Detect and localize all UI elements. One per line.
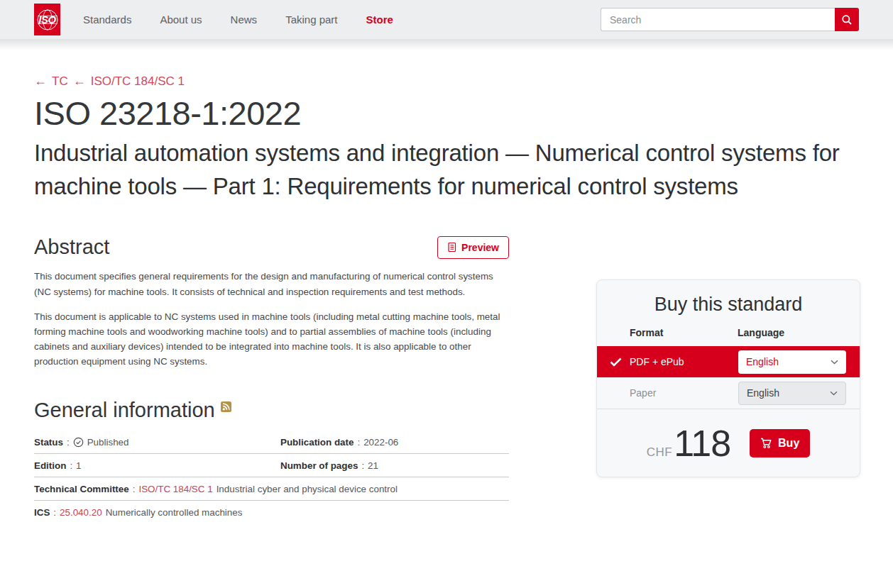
separator: : [133,484,136,494]
abstract-header: Abstract Preview [34,235,509,259]
format-row-paper[interactable]: Paper English [597,377,860,409]
header-shadow [0,39,893,50]
main-nav: Standards About us News Taking part Stor… [83,13,393,26]
technical-committee-value: Industrial cyber and physical device con… [217,484,398,494]
language-select-pdf[interactable]: English [738,350,846,374]
language-selected-value: English [747,387,779,399]
iso-logo[interactable]: ISO [34,4,60,35]
nav-item-about-us[interactable]: About us [160,13,202,26]
chevron-down-icon [831,360,838,365]
separator: : [361,460,364,471]
back-arrow-icon: ← [73,74,86,89]
publication-date-value: 2022-06 [363,437,398,448]
technical-committee-link[interactable]: ISO/TC 184/SC 1 [138,484,212,494]
page-title: ISO 23218-1:2022 [34,94,859,133]
top-navigation-bar: ISO Standards About us News Taking part … [0,0,893,39]
abstract-heading: Abstract [34,235,109,259]
separator: : [357,437,360,448]
search-icon [841,14,853,26]
language-selected-value: English [746,356,779,367]
content-column: Abstract Preview This document specifies… [34,235,509,523]
table-row: ICS : 25.040.20 Numerically controlled m… [34,501,509,523]
format-column-header: Format [630,327,738,338]
nav-item-news[interactable]: News [231,13,258,26]
status-label: Status [34,437,63,448]
edition-field: Edition : 1 [34,460,280,471]
back-arrow-icon: ← [34,74,47,89]
published-check-icon [73,437,84,448]
ics-value: Numerically controlled machines [106,507,243,518]
technical-committee-label: Technical Committee [34,484,129,494]
search-input[interactable] [601,8,835,31]
price-value: 118 [674,422,730,465]
main-content: ← TC ← ISO/TC 184/SC 1 ISO 23218-1:2022 … [0,50,893,523]
technical-committee-field: Technical Committee : ISO/TC 184/SC 1 In… [34,484,398,494]
abstract-paragraph: This document specifies general requirem… [34,269,509,299]
iso-logo-text: ISO [38,13,55,26]
preview-button[interactable]: Preview [437,236,509,259]
price: CHF 118 [647,422,730,465]
status-field: Status : Published [34,437,280,448]
publication-date-field: Publication date : 2022-06 [280,437,398,448]
edition-label: Edition [34,460,66,471]
selected-check-icon [610,357,622,367]
language-select-paper[interactable]: English [738,382,846,405]
buy-standard-card: Buy this standard Format Language PDF + … [596,279,860,477]
general-information-heading: General information [34,399,215,422]
ics-field: ICS : 25.040.20 Numerically controlled m… [34,507,242,518]
currency-label: CHF [647,445,672,460]
ics-link[interactable]: 25.040.20 [60,507,102,518]
buy-card-column-headers: Format Language [597,327,860,346]
language-column-header: Language [738,327,784,338]
separator: : [70,460,72,471]
preview-button-label: Preview [461,242,499,253]
chevron-down-icon [830,391,838,396]
buy-card-title: Buy this standard [597,280,860,327]
document-preview-icon [447,242,456,253]
publication-date-label: Publication date [280,437,354,448]
nav-item-store[interactable]: Store [366,13,393,26]
table-row: Technical Committee : ISO/TC 184/SC 1 In… [34,477,509,501]
search-bar [601,8,859,31]
price-row: CHF 118 Buy [597,409,860,477]
table-row: Edition : 1 Number of pages : 21 [34,454,509,477]
number-of-pages-field: Number of pages : 21 [280,460,378,471]
separator: : [53,507,56,518]
nav-item-taking-part[interactable]: Taking part [285,13,337,26]
buy-button-label: Buy [778,437,799,450]
general-information-table: Status : Published Publication date : 20… [34,431,509,523]
breadcrumb: ← TC ← ISO/TC 184/SC 1 [34,50,859,89]
ics-label: ICS [34,507,50,518]
cart-icon [760,438,772,449]
search-button[interactable] [835,8,859,31]
nav-item-standards[interactable]: Standards [83,13,131,26]
rss-feed-icon[interactable] [221,401,231,415]
edition-value: 1 [76,460,81,471]
status-value: Published [87,437,129,448]
abstract-paragraph: This document is applicable to NC system… [34,309,509,370]
abstract-body: This document specifies general requirem… [34,269,509,369]
pages-value: 21 [368,460,378,471]
breadcrumb-link-committee[interactable]: ISO/TC 184/SC 1 [91,74,185,89]
pages-label: Number of pages [280,460,358,471]
buy-button[interactable]: Buy [750,429,810,457]
table-row: Status : Published Publication date : 20… [34,431,509,454]
general-information-header: General information [34,399,509,422]
format-row-pdf-epub[interactable]: PDF + ePub English [597,346,860,377]
separator: : [67,437,70,448]
format-label-pdf-epub: PDF + ePub [630,356,684,367]
breadcrumb-link-tc[interactable]: TC [52,74,68,89]
page-subtitle: Industrial automation systems and integr… [34,136,859,203]
format-label-paper: Paper [630,387,656,399]
